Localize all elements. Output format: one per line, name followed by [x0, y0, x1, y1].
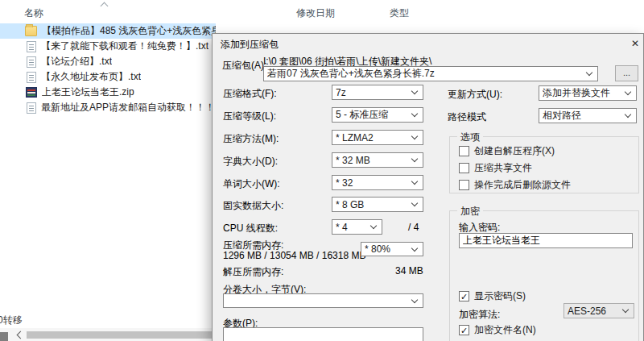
path-mode-label: 路径模式: [448, 110, 486, 124]
folder-icon: [25, 26, 37, 36]
create-sfx-checkbox[interactable]: 创建自解压程序(X): [459, 144, 555, 158]
memory-percent-select[interactable]: * 80%: [361, 242, 423, 256]
add-to-archive-dialog: 添加到压缩包 ✕ 压缩包(A): I:\0 套图\06 街拍\若雨\上传\新建文…: [212, 33, 644, 341]
text-file-icon: [27, 72, 36, 83]
dictionary-size-label: 字典大小(D):: [223, 155, 278, 168]
encryption-method-select[interactable]: AES-256: [564, 303, 634, 318]
background-window-corner: [0, 332, 8, 341]
compress-shared-label: 压缩共享文件: [474, 161, 532, 175]
path-mode-value: 相对路径: [543, 109, 625, 123]
format-value: 7z: [336, 87, 412, 98]
show-password-label: 显示密码(S): [474, 289, 526, 303]
chevron-down-icon[interactable]: [411, 156, 418, 162]
chevron-down-icon[interactable]: [370, 222, 377, 229]
delete-after-checkbox[interactable]: 操作完成后删除源文件: [459, 178, 571, 192]
cpu-threads-select[interactable]: * 4: [332, 219, 382, 235]
options-group: 选项 创建自解压程序(X) 压缩共享文件 操作完成后删除源文件: [449, 136, 639, 193]
word-size-select[interactable]: * 32: [332, 175, 423, 190]
checkbox-checked-icon[interactable]: ✓: [459, 325, 469, 335]
chevron-down-icon[interactable]: [411, 88, 418, 94]
method-select[interactable]: * LZMA2: [332, 130, 423, 145]
decompress-memory-label: 解压所需内存:: [223, 265, 283, 279]
dictionary-size-select[interactable]: * 32 MB: [332, 152, 423, 168]
file-row[interactable]: 【来了就能下载和观看！纯免费！】.txt: [0, 39, 216, 54]
file-row[interactable]: 上老王论坛当老王.zip: [0, 85, 216, 100]
decompress-memory-value: 34 MB: [395, 265, 423, 277]
dialog-title: 添加到压缩包: [221, 38, 279, 52]
checkbox-unchecked-icon[interactable]: [459, 163, 469, 173]
file-name: 【论坛介绍】.txt: [41, 55, 112, 69]
compress-memory-values: 1296 MB / 13054 MB / 16318 MB: [223, 250, 365, 261]
chevron-down-icon[interactable]: [586, 69, 592, 76]
level-value: 5 - 标准压缩: [336, 108, 412, 122]
update-mode-select[interactable]: 添加并替换文件: [539, 85, 637, 101]
file-name: 最新地址及APP请发邮箱自动获取！！！.txt: [41, 101, 216, 114]
word-size-label: 单词大小(W):: [223, 177, 280, 191]
show-password-checkbox[interactable]: ✓ 显示密码(S): [459, 289, 526, 303]
encryption-method-label: 加密算法:: [459, 308, 500, 322]
checkbox-checked-icon[interactable]: ✓: [459, 291, 469, 301]
memory-percent-value: * 80%: [365, 243, 412, 255]
text-file-icon: [27, 102, 36, 114]
word-size-value: * 32: [336, 177, 412, 189]
chevron-down-icon[interactable]: [411, 178, 418, 185]
dictionary-size-value: * 32 MB: [336, 155, 412, 166]
chevron-down-icon[interactable]: [622, 306, 629, 313]
volume-size-combobox[interactable]: [223, 293, 423, 308]
text-file-icon: [27, 56, 36, 68]
close-icon[interactable]: ✕: [628, 36, 642, 51]
file-name: 【永久地址发布页】.txt: [41, 70, 141, 84]
delete-after-label: 操作完成后删除源文件: [474, 178, 571, 192]
format-select[interactable]: 7z: [332, 85, 423, 100]
compress-shared-checkbox[interactable]: 压缩共享文件: [459, 161, 532, 175]
chevron-down-icon[interactable]: [411, 244, 418, 251]
file-row[interactable]: 【模拍作品】485 浅灰色背心+浅灰色紧身长裤: [0, 23, 216, 39]
create-sfx-label: 创建自解压程序(X): [474, 144, 555, 158]
update-mode-value: 添加并替换文件: [543, 86, 625, 100]
options-group-title: 选项: [457, 131, 483, 144]
explorer-window: 名称 修改日期 类型 【模拍作品】485 浅灰色背心+浅灰色紧身长裤 【来了就能…: [0, 0, 644, 341]
method-value: * LZMA2: [336, 132, 412, 143]
password-input[interactable]: [459, 233, 633, 248]
solid-block-size-select[interactable]: * 8 GB: [332, 197, 423, 212]
path-mode-select[interactable]: 相对路径: [539, 108, 637, 123]
file-row[interactable]: 【永久地址发布页】.txt: [0, 69, 216, 85]
file-name: 【来了就能下载和观看！纯免费！】.txt: [41, 40, 208, 53]
column-header-name[interactable]: 名称: [24, 6, 43, 20]
browse-button[interactable]: ...: [615, 65, 638, 81]
chevron-down-icon[interactable]: [411, 133, 418, 139]
chevron-down-icon[interactable]: [411, 110, 418, 117]
archive-label: 压缩包(A):: [222, 59, 266, 73]
chevron-down-icon[interactable]: [411, 296, 418, 302]
archive-name-combobox[interactable]: 若雨07 浅灰色背心+浅灰色紧身长裤.7z: [263, 66, 598, 81]
encryption-group-title: 加密: [457, 205, 483, 218]
solid-block-size-value: * 8 GB: [336, 199, 412, 210]
cpu-threads-value: * 4: [336, 222, 371, 233]
cpu-threads-max: / 4: [408, 222, 419, 233]
chevron-down-icon[interactable]: [625, 89, 631, 95]
text-file-icon: [27, 41, 36, 52]
encrypt-file-names-checkbox[interactable]: ✓ 加密文件名(N): [459, 323, 536, 337]
file-row[interactable]: 【论坛介绍】.txt: [0, 54, 216, 69]
file-name: 【模拍作品】485 浅灰色背心+浅灰色紧身长裤: [42, 24, 216, 38]
solid-block-size-label: 固实数据大小:: [223, 199, 283, 213]
status-text-fragment: 0转移: [0, 314, 23, 327]
column-header-type[interactable]: 类型: [390, 6, 409, 20]
chevron-down-icon[interactable]: [411, 200, 418, 206]
file-name: 上老王论坛当老王.zip: [42, 85, 134, 99]
checkbox-unchecked-icon[interactable]: [459, 180, 469, 190]
zip-archive-icon: [26, 87, 37, 98]
level-label: 压缩等级(L):: [223, 110, 276, 123]
chevron-down-icon[interactable]: [625, 111, 631, 118]
update-mode-label: 更新方式(U):: [448, 88, 502, 102]
scrollbar-thumb[interactable]: [27, 331, 212, 339]
parameters-input[interactable]: [223, 327, 423, 341]
column-header-date-modified[interactable]: 修改日期: [296, 6, 335, 20]
encryption-method-value: AES-256: [568, 306, 623, 317]
checkbox-unchecked-icon[interactable]: [459, 146, 469, 156]
format-label: 压缩格式(F):: [223, 87, 277, 101]
cpu-threads-label: CPU 线程数:: [223, 222, 278, 235]
file-row[interactable]: 最新地址及APP请发邮箱自动获取！！！.txt: [0, 100, 216, 115]
archive-name-value: 若雨07 浅灰色背心+浅灰色紧身长裤.7z: [267, 67, 587, 81]
level-select[interactable]: 5 - 标准压缩: [332, 107, 423, 123]
